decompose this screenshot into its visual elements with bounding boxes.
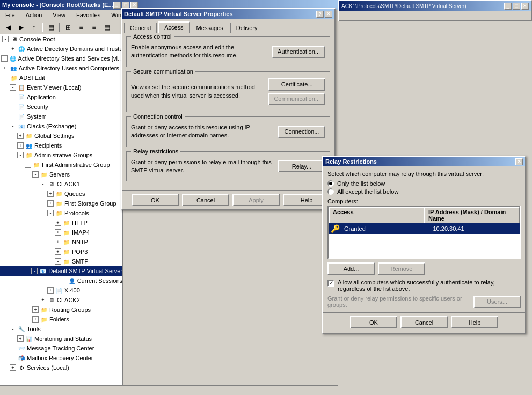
expand-default-smtp[interactable]: -	[31, 268, 38, 274]
expand-global-settings[interactable]: +	[17, 133, 24, 139]
tree-item-protocols[interactable]: - 📁 Protocols	[0, 208, 122, 218]
tree-item-security[interactable]: 📄 Security	[0, 102, 122, 112]
tree-item-first-storage[interactable]: + 📁 First Storage Group	[0, 199, 122, 208]
expand-event-viewer[interactable]: -	[10, 84, 16, 91]
expand-admin-groups[interactable]: -	[17, 152, 24, 158]
tree-item-system[interactable]: 📄 System	[0, 112, 122, 121]
relay-ok-button[interactable]: OK	[350, 316, 397, 328]
tree-item-default-smtp[interactable]: - 📧 Default SMTP Virtual Server	[0, 266, 122, 276]
smtp-apply-button[interactable]: Apply	[232, 194, 280, 206]
toolbar-back-btn[interactable]: ◀	[2, 21, 14, 33]
expand-nntp[interactable]: +	[55, 239, 61, 245]
expand-x400[interactable]: +	[47, 287, 54, 294]
all-except-radio[interactable]	[327, 188, 334, 195]
mmc-minimize-btn[interactable]: _	[113, 2, 121, 9]
toolbar-show-hide-btn[interactable]: ▤	[45, 21, 57, 33]
menu-action[interactable]: Action	[23, 11, 46, 19]
expand-monitoring[interactable]: +	[17, 335, 24, 342]
relay-radio-all-except[interactable]: All except the list below	[327, 188, 521, 195]
expand-folders[interactable]: +	[32, 316, 39, 323]
communication-button[interactable]: Communication...	[268, 93, 325, 105]
toolbar-small-icons-btn[interactable]: ≡	[75, 21, 87, 33]
users-button[interactable]: Users...	[473, 296, 521, 308]
relay-close-btn[interactable]: ✕	[515, 158, 523, 165]
remove-button[interactable]: Remove	[378, 262, 425, 275]
tree-item-event-viewer[interactable]: - 📋 Event Viewer (Local)	[0, 83, 122, 92]
expand-first-admin[interactable]: -	[25, 162, 31, 168]
tree-item-nntp[interactable]: + 📁 NNTP	[0, 237, 122, 247]
only-list-radio[interactable]	[327, 180, 334, 187]
bg-close-btn[interactable]: ✕	[521, 3, 529, 10]
tree-item-ad-users[interactable]: + 👥 Active Directory Users and Computers…	[0, 63, 122, 73]
certificate-button[interactable]: Certificate...	[268, 78, 325, 91]
tree-item-application[interactable]: 📄 Application	[0, 92, 122, 102]
expand-services[interactable]: +	[10, 364, 16, 371]
expand-smtp[interactable]: -	[55, 258, 61, 265]
tree-item-admin-groups[interactable]: - 📁 Administrative Groups	[0, 150, 122, 160]
bg-minimize-btn[interactable]: _	[504, 3, 512, 10]
expand-protocols[interactable]: -	[47, 210, 54, 216]
tree-item-services[interactable]: + ⚙ Services (Local)	[0, 363, 122, 372]
add-button[interactable]: Add...	[327, 262, 375, 275]
tree-item-global-settings[interactable]: + 📁 Global Settings	[0, 131, 122, 141]
tree-item-tools[interactable]: - 🔧 Tools	[0, 324, 122, 334]
tree-item-clacks[interactable]: - 📧 Clacks (Exchange)	[0, 121, 122, 131]
expand-servers[interactable]: -	[32, 171, 39, 178]
tree-item-mailbox-recovery[interactable]: 📬 Mailbox Recovery Center	[0, 353, 122, 363]
toolbar-large-icons-btn[interactable]: ⊞	[62, 21, 74, 33]
expand-http[interactable]: +	[55, 220, 61, 226]
allow-authenticate-checkbox[interactable]	[327, 280, 334, 287]
tree-item-clack2[interactable]: + 🖥 CLACK2	[0, 295, 122, 305]
expand-queues[interactable]: +	[47, 191, 54, 197]
relay-help-button[interactable]: Help	[451, 316, 498, 328]
tree-item-queues[interactable]: + 📁 Queues	[0, 189, 122, 199]
tab-messages[interactable]: Messages	[191, 23, 229, 33]
tree-item-current-sessions[interactable]: 👤 Current Sessions	[0, 276, 122, 286]
tree-item-imap4[interactable]: + 📁 IMAP4	[0, 228, 122, 237]
expand-first-storage[interactable]: +	[47, 200, 54, 207]
tree-item-x400[interactable]: + 📄 X.400	[0, 286, 122, 295]
expand-imap4[interactable]: +	[55, 229, 61, 236]
tree-item-adsi-edit[interactable]: 📁 ADSI Edit	[0, 73, 122, 83]
tree-item-clack1[interactable]: - 🖥 CLACK1	[0, 179, 122, 189]
toolbar-list-btn[interactable]: ≡	[88, 21, 100, 33]
tree-item-ad-sites[interactable]: + 🌐 Active Directory Sites and Services …	[0, 54, 122, 63]
smtp-close-btn[interactable]: ✕	[325, 11, 332, 18]
tree-item-monitoring[interactable]: + 📊 Monitoring and Status	[0, 334, 122, 343]
tree-item-servers[interactable]: - 📁 Servers	[0, 170, 122, 179]
list-row-granted[interactable]: 🔑 Granted 10.20.30.41	[329, 223, 520, 234]
expand-ad-domains[interactable]: +	[10, 46, 16, 52]
tree-item-first-admin[interactable]: - 📁 First Administrative Group	[0, 160, 122, 170]
tree-item-recipients[interactable]: + 👥 Recipients	[0, 141, 122, 150]
tab-delivery[interactable]: Delivery	[230, 23, 264, 33]
smtp-cancel-button[interactable]: Cancel	[182, 194, 229, 206]
tree-item-routing-groups[interactable]: + 📁 Routing Groups	[0, 305, 122, 314]
tab-general[interactable]: General	[124, 23, 157, 33]
tree-item-ad-domains[interactable]: + 🌐 Active Directory Domains and Trusts	[0, 44, 122, 54]
connection-button[interactable]: Connection...	[278, 126, 325, 138]
mmc-maximize-btn[interactable]: □	[122, 2, 129, 9]
expand-ad-users[interactable]: +	[2, 65, 8, 71]
expand-routing-groups[interactable]: +	[32, 306, 39, 313]
menu-file[interactable]: File	[2, 11, 18, 19]
relay-cancel-button[interactable]: Cancel	[400, 316, 448, 328]
tree-item-smtp[interactable]: - 📁 SMTP	[0, 257, 122, 266]
expand-ad-sites[interactable]: +	[1, 55, 8, 62]
toolbar-forward-btn[interactable]: ▶	[15, 21, 27, 33]
relay-radio-only[interactable]: Only the list below	[327, 180, 521, 187]
tree-item-msg-tracking[interactable]: 📨 Message Tracking Center	[0, 343, 122, 353]
expand-clacks[interactable]: -	[10, 123, 16, 129]
menu-favorites[interactable]: Favorites	[73, 11, 104, 19]
menu-view[interactable]: View	[49, 11, 69, 19]
expand-clack1[interactable]: -	[40, 181, 46, 187]
smtp-help-btn[interactable]: ?	[316, 11, 324, 18]
tree-item-http[interactable]: + 📁 HTTP	[0, 218, 122, 228]
expand-tools[interactable]: -	[10, 326, 16, 332]
toolbar-detail-btn[interactable]: ▤	[101, 21, 113, 33]
expand-recipients[interactable]: +	[17, 142, 24, 149]
tree-item-folders[interactable]: + 📁 Folders	[0, 314, 122, 324]
bg-maximize-btn[interactable]: □	[513, 3, 520, 10]
smtp-ok-button[interactable]: OK	[132, 194, 179, 206]
expand-console-root[interactable]: -	[2, 36, 9, 42]
tab-access[interactable]: Access	[158, 21, 189, 33]
